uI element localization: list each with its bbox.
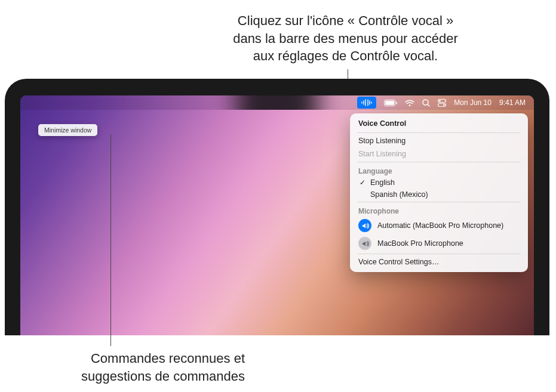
control-center-icon[interactable] [438, 95, 446, 110]
separator [357, 202, 521, 202]
microphone-section-label: Microphone [350, 203, 528, 217]
language-item-english[interactable]: ✓ English [350, 177, 528, 189]
command-text: Minimize window [44, 126, 91, 134]
language-name: English [370, 178, 395, 187]
annotation-top: Cliquez sur l'icône « Contrôle vocal » d… [233, 12, 458, 65]
wifi-icon[interactable] [405, 95, 414, 110]
annotation-leader-line [110, 134, 111, 346]
svg-rect-8 [396, 101, 397, 104]
language-section-label: Language [350, 163, 528, 177]
spotlight-icon[interactable] [422, 95, 430, 110]
microphone-item-macbook[interactable]: MacBook Pro Microphone [350, 234, 528, 252]
speaker-icon [358, 219, 371, 232]
start-listening-item: Start Listening [350, 147, 528, 160]
annotation-line: Commandes reconnues et [30, 350, 245, 368]
svg-rect-7 [385, 101, 394, 105]
laptop-bezel: Mon Jun 10 9:41 AM Minimize window Voice… [5, 79, 549, 335]
svg-point-13 [439, 100, 441, 101]
separator [357, 132, 521, 133]
voice-control-menu: Voice Control Stop Listening Start Liste… [350, 113, 528, 272]
desktop-screen: Mon Jun 10 9:41 AM Minimize window Voice… [20, 95, 534, 335]
separator [357, 162, 521, 162]
battery-icon[interactable] [384, 95, 397, 110]
recognized-command-bubble: Minimize window [38, 124, 97, 136]
annotation-line: suggestions de commandes [30, 368, 245, 385]
voice-control-menubar-icon[interactable] [357, 97, 376, 109]
microphone-name: Automatic (MacBook Pro Microphone) [377, 221, 503, 230]
annotation-bottom: Commandes reconnues et suggestions de co… [30, 350, 245, 385]
language-item-spanish[interactable]: Spanish (Mexico) [350, 189, 528, 200]
separator [357, 254, 521, 254]
language-name: Spanish (Mexico) [370, 190, 428, 199]
svg-point-15 [443, 104, 445, 106]
annotation-line: aux réglages de Contrôle vocal. [233, 47, 458, 65]
menu-bar: Mon Jun 10 9:41 AM [20, 95, 534, 110]
voice-control-settings-item[interactable]: Voice Control Settings… [350, 255, 528, 268]
svg-point-9 [409, 104, 410, 106]
microphone-item-automatic[interactable]: Automatic (MacBook Pro Microphone) [350, 217, 528, 234]
menubar-date[interactable]: Mon Jun 10 [454, 98, 492, 107]
annotation-line: Cliquez sur l'icône « Contrôle vocal » [233, 12, 458, 30]
svg-line-11 [428, 104, 429, 106]
menubar-time[interactable]: 9:41 AM [499, 98, 526, 107]
microphone-name: MacBook Pro Microphone [377, 239, 463, 248]
checkmark-icon: ✓ [358, 178, 367, 187]
stop-listening-item[interactable]: Stop Listening [350, 134, 528, 147]
annotation-line: dans la barre des menus pour accéder [233, 30, 458, 48]
speaker-icon [358, 237, 371, 250]
menu-title: Voice Control [350, 117, 528, 131]
